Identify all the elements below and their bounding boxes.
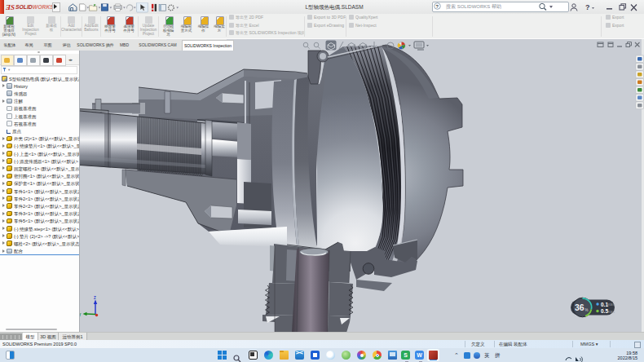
- svg-text:KB/s: KB/s: [608, 303, 615, 307]
- svg-text:ƎS: ƎS: [6, 3, 15, 11]
- svg-text:%: %: [585, 308, 589, 312]
- svg-text:SOLIDWORKS: SOLIDWORKS: [15, 4, 54, 10]
- svg-text:0.5: 0.5: [601, 308, 608, 314]
- svg-text:KB/s: KB/s: [608, 311, 615, 314]
- svg-text:?: ?: [436, 4, 439, 9]
- svg-text:Y: Y: [80, 313, 82, 317]
- svg-text:0.1: 0.1: [601, 302, 608, 307]
- svg-text:?: ?: [585, 3, 590, 11]
- svg-text:36: 36: [575, 302, 584, 312]
- svg-text:Z: Z: [94, 296, 96, 300]
